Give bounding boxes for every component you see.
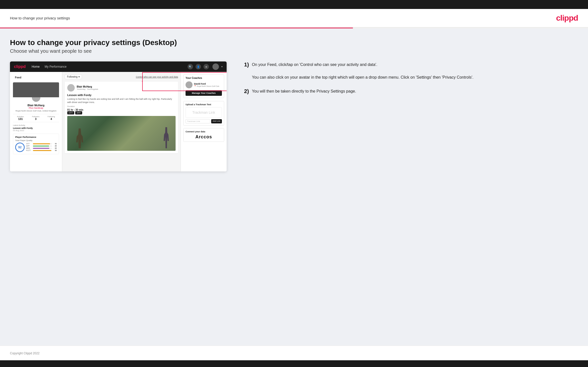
instruction-2-number: 2) [244,88,249,95]
control-link[interactable]: Control who can see your activity and da… [136,76,178,78]
post-duration-label: Duration [67,105,176,107]
qbar-val: 96 [53,150,57,151]
coach-avatar [186,81,193,88]
app-feed: Following ▾ Control who can see your act… [62,72,181,171]
golfer2-silhouette [162,127,171,148]
coach-club: 📍 Royal North Devon Golf Club [194,85,219,87]
app-nav-logo: clippd [14,64,26,69]
post-tags: OTT APP [67,111,176,114]
add-link-button[interactable]: Add Link [211,119,222,123]
manage-coaches-button[interactable]: Manage Your Coaches [186,90,222,96]
post-author-info: Blair McHarg Yesterday · Sunningdale [77,85,98,90]
connect-title: Connect your data [186,130,222,133]
latest-activity-date: 03 Aug 2022 [13,129,59,132]
quality-bar-row: OTT 90 [26,143,57,145]
instruction-1: 1) On your Feed, click/tap on 'Control w… [244,61,578,81]
plus-icon[interactable]: ⊕ [203,64,209,69]
latest-activity-name: Lesson with Fordy [13,127,59,129]
quality-label: Total Player Quality [15,139,57,142]
stat-following-label: Following [48,116,55,117]
feed-tab[interactable]: Feed [13,75,59,80]
post-tag-app: APP [75,111,82,114]
profile-cover [13,82,59,97]
qbar-track [33,146,52,147]
app-nav-home[interactable]: Home [32,65,40,68]
golfer1-silhouette [75,128,85,148]
qbar-fill [33,143,50,144]
app-sidebar: Feed Blair McHarg Plus Handicap Royal No… [10,72,62,171]
app-nav-icons: 🔍 👤 ⊕ ▾ [188,63,223,70]
connect-section: Connect your data Arccos [183,128,224,142]
arccos-logo: Arccos [186,134,222,140]
quality-row: 92 OTT 90 APP 85 ARG [15,143,57,152]
profile-club: Royal North Devon Golf Club, United King… [13,110,59,112]
quality-bar-row: ARG 86 [26,147,57,149]
demo-row: clippd Home My Performance 🔍 👤 ⊕ ▾ [10,61,578,171]
upload-section: Upload a Trackman Test Trackman Link Tra… [183,101,224,126]
profile-stats: Activities 131 Followers 3 Following 4 [13,114,59,122]
app-mock: clippd Home My Performance 🔍 👤 ⊕ ▾ [10,61,227,171]
qbar-val: 85 [53,145,57,147]
qbar-fill [33,150,51,151]
qbar-val: 86 [53,147,57,149]
qbar-track [33,150,52,151]
site-footer: Copyright Clippd 2022 [0,346,588,360]
app-nav-links: Home My Performance [32,65,188,68]
bottom-bar [0,360,588,367]
app-right-panel: Your Coaches David Ford 📍 Royal North De… [181,72,227,171]
following-button[interactable]: Following ▾ [65,74,82,79]
avatar-chevron: ▾ [221,65,223,68]
page-title-block: How to change your privacy settings (Des… [10,38,578,54]
qbar-label: APP [26,145,32,147]
stat-activities: Activities 131 [17,116,24,120]
trackman-placeholder: Trackman Link [186,107,222,118]
qbar-fill [33,146,49,147]
main-content: How to change your privacy settings (Des… [0,28,588,346]
instructions: 1) On your Feed, click/tap on 'Control w… [239,61,578,102]
feed-header: Following ▾ Control who can see your act… [65,74,178,79]
coach-info: David Ford 📍 Royal North Devon Golf Club [194,83,219,87]
coaches-section: Your Coaches David Ford 📍 Royal North De… [183,74,224,98]
page-title: How to change your privacy settings (Des… [10,38,578,47]
site-header: How to change your privacy settings clip… [0,9,588,28]
qbar-label: OTT [26,143,32,145]
quality-bar-row: APP 85 [26,145,57,147]
post-title: Lesson with Fordy [67,94,176,97]
stat-followers: Followers 3 [32,116,40,120]
stat-following-val: 4 [48,117,55,120]
quality-bars: OTT 90 APP 85 ARG 86 PUTT [26,143,57,152]
footer-text: Copyright Clippd 2022 [10,352,40,355]
trackman-input-row: Trackman Link Add Link [186,119,222,123]
coach-item: David Ford 📍 Royal North Devon Golf Club [186,81,222,88]
post-body: Looking to feel like my hands are exitin… [67,98,176,104]
instruction-2: 2) You will then be taken directly to th… [244,88,578,95]
people-icon[interactable]: 👤 [196,64,201,69]
instruction-1-number: 1) [244,61,249,81]
player-performance: Player Performance Total Player Quality … [13,134,59,154]
following-chevron: ▾ [78,75,80,78]
post-duration-val: 01 hr : 30 min [67,108,176,111]
stat-followers-val: 3 [32,117,40,120]
search-icon[interactable]: 🔍 [188,64,193,69]
qbar-track [33,143,52,144]
player-perf-title: Player Performance [15,136,57,138]
post-avatar [67,84,75,92]
instruction-2-text: You will then be taken directly to the P… [252,88,356,95]
post-meta: Yesterday · Sunningdale [77,88,98,90]
post-header: Blair McHarg Yesterday · Sunningdale [67,84,176,92]
upload-title: Upload a Trackman Test [186,103,222,106]
feed-post: Blair McHarg Yesterday · Sunningdale Les… [65,82,178,153]
stat-following: Following 4 [48,116,55,120]
app-nav-performance[interactable]: My Performance [45,65,66,68]
profile-name: Blair McHarg [13,104,59,107]
stat-followers-label: Followers [32,116,40,117]
qbar-fill [33,148,49,149]
clippd-logo: clippd [556,13,578,23]
trackman-input[interactable]: Trackman Link [186,119,210,123]
stat-activities-label: Activities [17,116,24,117]
qbar-val: 90 [53,143,57,145]
user-avatar-nav[interactable] [212,63,219,70]
coach-name: David Ford [194,83,219,85]
stat-activities-val: 131 [17,117,24,120]
instruction-1-text: On your Feed, click/tap on 'Control who … [252,61,473,81]
